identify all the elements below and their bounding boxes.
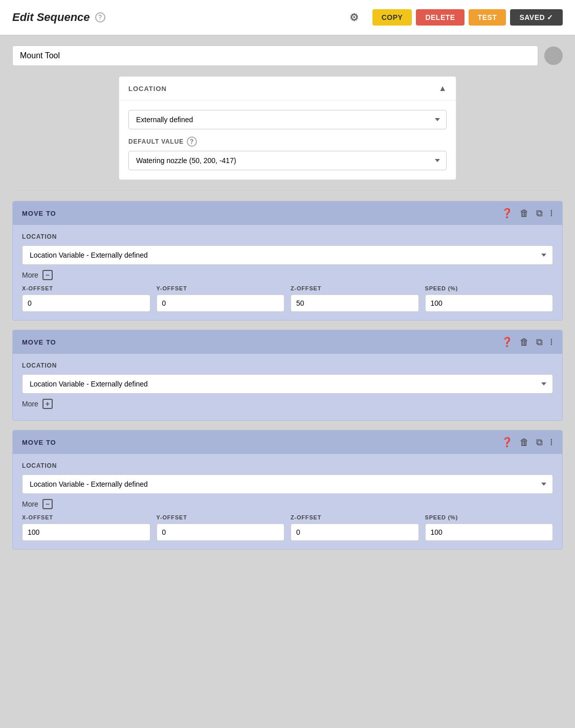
location-type-select[interactable]: Externally defined xyxy=(128,110,447,129)
gear-button[interactable]: ⚙ xyxy=(340,7,368,28)
step-copy-icon-2[interactable]: ⧉ xyxy=(536,337,543,348)
step-header-icons-3: ❓ 🗑 ⧉ ⁞ xyxy=(501,437,553,448)
y-offset-input-1[interactable] xyxy=(157,294,285,312)
location-collapse-icon[interactable]: ▲ xyxy=(438,84,447,93)
z-offset-label-3: Z-OFFSET xyxy=(291,514,419,520)
test-button[interactable]: TEST xyxy=(469,9,506,26)
x-offset-input-3[interactable] xyxy=(22,524,150,541)
offsets-grid-1: X-OFFSET Y-OFFSET Z-OFFSET SPEED (%) xyxy=(22,285,553,312)
default-value-help-icon[interactable]: ? xyxy=(187,136,197,147)
location-card-body: Externally defined DEFAULT VALUE ? Water… xyxy=(119,101,456,179)
color-picker[interactable] xyxy=(544,47,563,65)
step-header-icons-1: ❓ 🗑 ⧉ ⁞ xyxy=(501,208,553,219)
step-drag-icon-2[interactable]: ⁞ xyxy=(550,336,553,348)
y-offset-group-3: Y-OFFSET xyxy=(157,514,285,541)
z-offset-input-3[interactable] xyxy=(291,524,419,541)
speed-label-3: SPEED (%) xyxy=(425,514,554,520)
step-header-icons-2: ❓ 🗑 ⧉ ⁞ xyxy=(501,336,553,348)
x-offset-label-1: X-OFFSET xyxy=(22,285,150,291)
page-title: Edit Sequence xyxy=(12,11,90,24)
step-body-1: LOCATION Location Variable - Externally … xyxy=(13,225,562,320)
copy-button[interactable]: COPY xyxy=(372,9,412,26)
y-offset-label-3: Y-OFFSET xyxy=(157,514,285,520)
more-toggle-minus-1[interactable]: − xyxy=(42,270,53,280)
speed-input-3[interactable] xyxy=(425,524,554,541)
step-header-2: MOVE TO ❓ 🗑 ⧉ ⁞ xyxy=(13,330,562,354)
step-location-label-3: LOCATION xyxy=(22,462,553,469)
step-location-select-3[interactable]: Location Variable - Externally defined xyxy=(22,474,553,494)
step-location-select-2[interactable]: Location Variable - Externally defined xyxy=(22,374,553,394)
delete-button[interactable]: DELETE xyxy=(416,9,464,26)
step-card-3: MOVE TO ❓ 🗑 ⧉ ⁞ LOCATION Location Variab… xyxy=(12,430,563,550)
step-location-select-1[interactable]: Location Variable - Externally defined xyxy=(22,245,553,265)
location-card-header: LOCATION ▲ xyxy=(119,77,456,101)
z-offset-group-3: Z-OFFSET xyxy=(291,514,419,541)
step-help-icon-2[interactable]: ❓ xyxy=(501,336,513,348)
step-drag-icon-3[interactable]: ⁞ xyxy=(550,437,553,448)
step-copy-icon-1[interactable]: ⧉ xyxy=(536,208,543,219)
step-body-2: LOCATION Location Variable - Externally … xyxy=(13,354,562,420)
z-offset-label-1: Z-OFFSET xyxy=(291,285,419,291)
y-offset-group-1: Y-OFFSET xyxy=(157,285,285,312)
x-offset-input-1[interactable] xyxy=(22,294,150,312)
step-title-1: MOVE TO xyxy=(22,210,56,217)
z-offset-input-1[interactable] xyxy=(291,294,419,312)
step-title-2: MOVE TO xyxy=(22,338,56,346)
speed-label-1: SPEED (%) xyxy=(425,285,554,291)
step-header-1: MOVE TO ❓ 🗑 ⧉ ⁞ xyxy=(13,201,562,225)
step-delete-icon-1[interactable]: 🗑 xyxy=(520,208,529,219)
step-drag-icon-1[interactable]: ⁞ xyxy=(550,208,553,219)
step-help-icon-1[interactable]: ❓ xyxy=(501,208,513,219)
more-row-2[interactable]: More + xyxy=(22,399,553,409)
step-delete-icon-3[interactable]: 🗑 xyxy=(520,437,529,448)
more-row-1[interactable]: More − xyxy=(22,270,553,280)
x-offset-group-1: X-OFFSET xyxy=(22,285,150,312)
divider-1 xyxy=(12,190,563,191)
header: Edit Sequence ? ⚙ COPY DELETE TEST SAVED… xyxy=(0,0,575,35)
location-card-title: LOCATION xyxy=(128,85,167,93)
location-card: LOCATION ▲ Externally defined DEFAULT VA… xyxy=(119,76,456,180)
header-right: ⚙ COPY DELETE TEST SAVED ✓ xyxy=(340,7,563,28)
y-offset-input-3[interactable] xyxy=(157,524,285,541)
step-card-2: MOVE TO ❓ 🗑 ⧉ ⁞ LOCATION Location Variab… xyxy=(12,330,563,421)
speed-group-3: SPEED (%) xyxy=(425,514,554,541)
speed-input-1[interactable] xyxy=(425,294,554,312)
x-offset-label-3: X-OFFSET xyxy=(22,514,150,520)
y-offset-label-1: Y-OFFSET xyxy=(157,285,285,291)
step-body-3: LOCATION Location Variable - Externally … xyxy=(13,454,562,549)
step-location-label-2: LOCATION xyxy=(22,362,553,369)
step-header-3: MOVE TO ❓ 🗑 ⧉ ⁞ xyxy=(13,430,562,454)
header-help-icon[interactable]: ? xyxy=(95,12,105,22)
step-card-1: MOVE TO ❓ 🗑 ⧉ ⁞ LOCATION Location Variab… xyxy=(12,201,563,321)
saved-button[interactable]: SAVED ✓ xyxy=(510,9,563,26)
speed-group-1: SPEED (%) xyxy=(425,285,554,312)
sequence-name-row xyxy=(12,46,563,66)
header-left: Edit Sequence ? xyxy=(12,11,105,24)
sequence-name-input[interactable] xyxy=(12,46,538,66)
z-offset-group-1: Z-OFFSET xyxy=(291,285,419,312)
main-content: LOCATION ▲ Externally defined DEFAULT VA… xyxy=(0,35,575,569)
step-title-3: MOVE TO xyxy=(22,439,56,446)
step-help-icon-3[interactable]: ❓ xyxy=(501,437,513,448)
offsets-grid-3: X-OFFSET Y-OFFSET Z-OFFSET SPEED (%) xyxy=(22,514,553,541)
step-location-label-1: LOCATION xyxy=(22,233,553,240)
step-copy-icon-3[interactable]: ⧉ xyxy=(536,437,543,448)
more-toggle-minus-3[interactable]: − xyxy=(42,499,53,509)
default-value-label: DEFAULT VALUE ? xyxy=(128,136,447,147)
step-delete-icon-2[interactable]: 🗑 xyxy=(520,337,529,348)
more-toggle-plus-2[interactable]: + xyxy=(42,399,53,409)
more-row-3[interactable]: More − xyxy=(22,499,553,509)
x-offset-group-3: X-OFFSET xyxy=(22,514,150,541)
default-value-select[interactable]: Watering nozzle (50, 200, -417) xyxy=(128,151,447,170)
